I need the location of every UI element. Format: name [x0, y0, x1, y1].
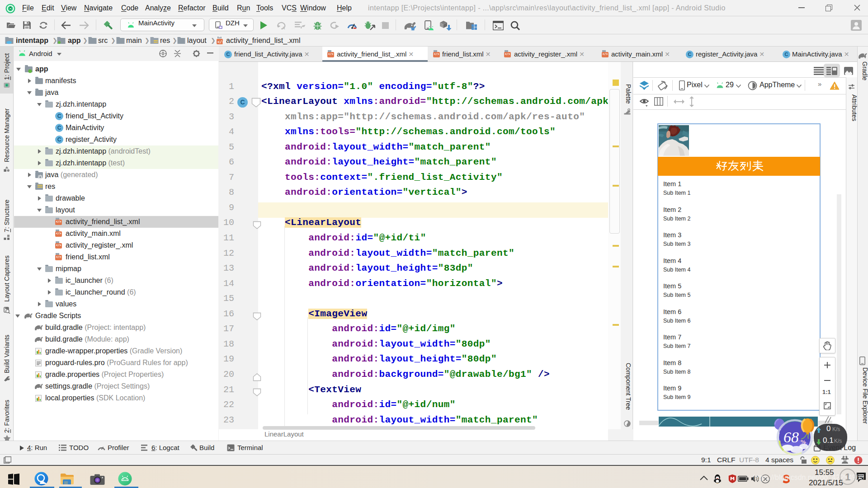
svg-text:A: A: [282, 26, 285, 30]
svg-text:%: %: [800, 438, 806, 445]
svg-text:</>: </>: [217, 40, 224, 45]
svg-text:68: 68: [783, 429, 799, 446]
